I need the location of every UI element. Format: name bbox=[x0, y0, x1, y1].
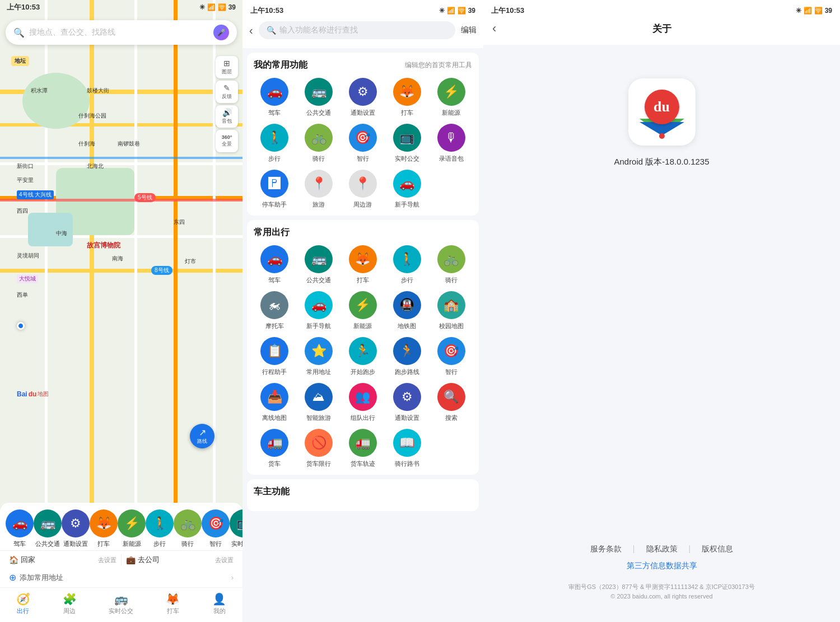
ct-run[interactable]: 🏃 开始跑步 bbox=[342, 337, 384, 376]
ct-search[interactable]: 🔍 搜索 bbox=[430, 383, 472, 422]
drive-label: 驾车 bbox=[13, 540, 26, 548]
ct-savedplace[interactable]: ⭐ 常用地址 bbox=[298, 337, 340, 376]
feature-taxi[interactable]: 🦊 打车 bbox=[386, 78, 428, 117]
feature-walk[interactable]: 🚶 步行 bbox=[254, 124, 296, 163]
ct-trucklimit[interactable]: 🚫 货车限行 bbox=[298, 429, 340, 468]
quick-item-drive[interactable]: 🚗 驾车 bbox=[6, 509, 34, 548]
ct-walk[interactable]: 🚶 步行 bbox=[386, 245, 428, 284]
ct-group[interactable]: 👥 组队出行 bbox=[342, 383, 384, 422]
route-button[interactable]: ↗ 路线 bbox=[190, 424, 214, 448]
ct-commuteset[interactable]: ⚙ 通勤设置 bbox=[386, 383, 428, 422]
around-label: 周边 bbox=[63, 607, 76, 615]
ct-moto[interactable]: 🏍 摩托车 bbox=[254, 291, 296, 330]
quick-item-walk[interactable]: 🚶 步行 bbox=[146, 509, 174, 548]
ct-taxi[interactable]: 🦊 打车 bbox=[342, 245, 384, 284]
layers-icon: ⊞ bbox=[223, 59, 230, 68]
about-content: du Android 版本-18.0.0.1235 服务条款 | 隐私政策 | … bbox=[483, 45, 840, 622]
about-back-button[interactable]: ‹ bbox=[492, 21, 496, 36]
feature-drive[interactable]: 🚗 驾车 bbox=[254, 78, 296, 117]
about-status-icons: ✳ 📶 🛜 39 bbox=[796, 6, 832, 16]
home-address[interactable]: 🏠 回家 去设置 bbox=[9, 555, 116, 565]
ct-bike[interactable]: 🚲 骑行 bbox=[430, 245, 472, 284]
nav-item-around[interactable]: 🧩 周边 bbox=[63, 592, 77, 615]
nav-item-transit[interactable]: 🚌 实时公交 bbox=[109, 592, 133, 615]
license-text: 审图号GS（2023）877号 & 甲测资字11111342 & 京ICP证03… bbox=[568, 582, 755, 592]
quick-item-smart[interactable]: 🎯 智行 bbox=[202, 509, 230, 548]
add-address-row[interactable]: ⊕ 添加常用地址 › bbox=[0, 569, 242, 587]
features-search-row: ‹ 🔍 输入功能名称进行查找 编辑 bbox=[242, 17, 483, 44]
quick-item-taxi[interactable]: 🦊 打车 bbox=[90, 509, 118, 548]
ev-circle: ⚡ bbox=[437, 78, 465, 106]
about-links: 服务条款 | 隐私政策 | 版权信息 bbox=[590, 544, 733, 554]
voice-pack-button[interactable]: 🔊 音包 bbox=[216, 105, 238, 128]
feature-nearby[interactable]: 📍 周边游 bbox=[342, 170, 384, 209]
ct-metro[interactable]: 🚇 地铁图 bbox=[386, 291, 428, 330]
panorama-button[interactable]: 360° 全景 bbox=[216, 130, 238, 152]
route-icon: ↗ bbox=[199, 427, 206, 438]
feature-bike[interactable]: 🚲 骑行 bbox=[298, 124, 340, 163]
feature-commute[interactable]: ⚙ 通勤设置 bbox=[342, 78, 384, 117]
ct-trucktrack[interactable]: 🚛 货车轨迹 bbox=[342, 429, 384, 468]
transit-icon: 🚌 bbox=[34, 509, 62, 537]
quick-item-realbus[interactable]: 📺 实时公交 bbox=[230, 509, 242, 548]
terms-link[interactable]: 服务条款 bbox=[590, 544, 622, 554]
feature-novice[interactable]: 🚗 新手导航 bbox=[386, 170, 428, 209]
about-nav-row: ‹ 关于 bbox=[483, 17, 840, 40]
walk-icon: 🚶 bbox=[146, 509, 174, 537]
feature-ev[interactable]: ⚡ 新能源 bbox=[430, 78, 472, 117]
privacy-link[interactable]: 隐私政策 bbox=[646, 544, 678, 554]
map-search-bar[interactable]: 🔍 搜地点、查公交、找路线 🎤 bbox=[6, 20, 237, 45]
address-row: 🏠 回家 去设置 💼 去公司 去设置 bbox=[0, 550, 242, 569]
feature-travel[interactable]: 📍 旅游 bbox=[298, 170, 340, 209]
feature-transit[interactable]: 🚌 公共交通 bbox=[298, 78, 340, 117]
drive-icon: 🚗 bbox=[6, 509, 34, 537]
features-search-box[interactable]: 🔍 输入功能名称进行查找 bbox=[259, 21, 455, 39]
ct-campus[interactable]: 🏫 校园地图 bbox=[430, 291, 472, 330]
nav-item-taxi[interactable]: 🦊 打车 bbox=[166, 592, 180, 615]
ct-ev[interactable]: ⚡ 新能源 bbox=[342, 291, 384, 330]
ct-itinerary[interactable]: 📋 行程助手 bbox=[254, 337, 296, 376]
feedback-button[interactable]: ✎ 反馈 bbox=[216, 81, 238, 103]
nav-item-mine[interactable]: 👤 我的 bbox=[212, 592, 226, 615]
features-back-button[interactable]: ‹ bbox=[249, 24, 253, 37]
transit-label: 公共交通 bbox=[35, 540, 60, 548]
ct-smarttravel[interactable]: ⛰ 智能旅游 bbox=[298, 383, 340, 422]
features-edit-button[interactable]: 编辑 bbox=[461, 25, 477, 35]
ct-transit[interactable]: 🚌 公共交通 bbox=[298, 245, 340, 284]
ct-runroute[interactable]: 🏃 跑步路线 bbox=[386, 337, 428, 376]
app-version: Android 版本-18.0.0.1235 bbox=[614, 157, 709, 167]
walk-label: 步行 bbox=[153, 540, 166, 548]
home-set: 去设置 bbox=[98, 556, 116, 564]
ct-offline[interactable]: 📥 离线地图 bbox=[254, 383, 296, 422]
common-travel-section: 常用出行 🚗 驾车 🚌 公共交通 🦊 打车 🚶 步行 🚲 骑行 bbox=[247, 220, 479, 475]
quick-item-transit[interactable]: 🚌 公共交通 bbox=[34, 509, 62, 548]
feature-voice[interactable]: 🎙 录语音包 bbox=[430, 124, 472, 163]
work-address[interactable]: 💼 去公司 去设置 bbox=[126, 555, 234, 565]
feature-realbus[interactable]: 📺 实时公交 bbox=[386, 124, 428, 163]
bike-label: 骑行 bbox=[181, 540, 194, 548]
ct-transit-icon: 🚌 bbox=[305, 245, 333, 273]
ct-novice[interactable]: 🚗 新手导航 bbox=[298, 291, 340, 330]
layers-button[interactable]: ⊞ 图层 bbox=[216, 56, 238, 78]
smart-icon: 🎯 bbox=[202, 509, 230, 537]
quick-item-commute[interactable]: ⚙ 通勤设置 bbox=[62, 509, 90, 548]
mic-button[interactable]: 🎤 bbox=[213, 25, 229, 40]
smart-label: 智行 bbox=[209, 540, 222, 548]
ct-truck-icon: 🚛 bbox=[260, 429, 288, 457]
features-search-placeholder: 输入功能名称进行查找 bbox=[279, 25, 358, 35]
feature-smart[interactable]: 🎯 智行 bbox=[342, 124, 384, 163]
quick-item-bike[interactable]: 🚲 骑行 bbox=[174, 509, 202, 548]
feature-parking[interactable]: 🅿 停车助手 bbox=[254, 170, 296, 209]
third-party-link[interactable]: 第三方信息数据共享 bbox=[627, 561, 697, 571]
ct-truck[interactable]: 🚛 货车 bbox=[254, 429, 296, 468]
ct-taxi-icon: 🦊 bbox=[349, 245, 377, 273]
ct-drive[interactable]: 🚗 驾车 bbox=[254, 245, 296, 284]
ct-cyclebook[interactable]: 📖 骑行路书 bbox=[386, 429, 428, 468]
nav-item-explore[interactable]: 🧭 出行 bbox=[16, 592, 30, 615]
commute-label: 通勤设置 bbox=[63, 540, 88, 548]
voice-label: 音包 bbox=[222, 118, 232, 125]
copyright-link[interactable]: 版权信息 bbox=[702, 544, 733, 554]
ct-zhi[interactable]: 🎯 智行 bbox=[430, 337, 472, 376]
quick-item-ev[interactable]: ⚡ 新能源 bbox=[118, 509, 146, 548]
my-features-section: 我的常用功能 编辑您的首页常用工具 🚗 驾车 🚌 公共交通 ⚙ 通勤设置 🦊 打… bbox=[247, 53, 479, 216]
